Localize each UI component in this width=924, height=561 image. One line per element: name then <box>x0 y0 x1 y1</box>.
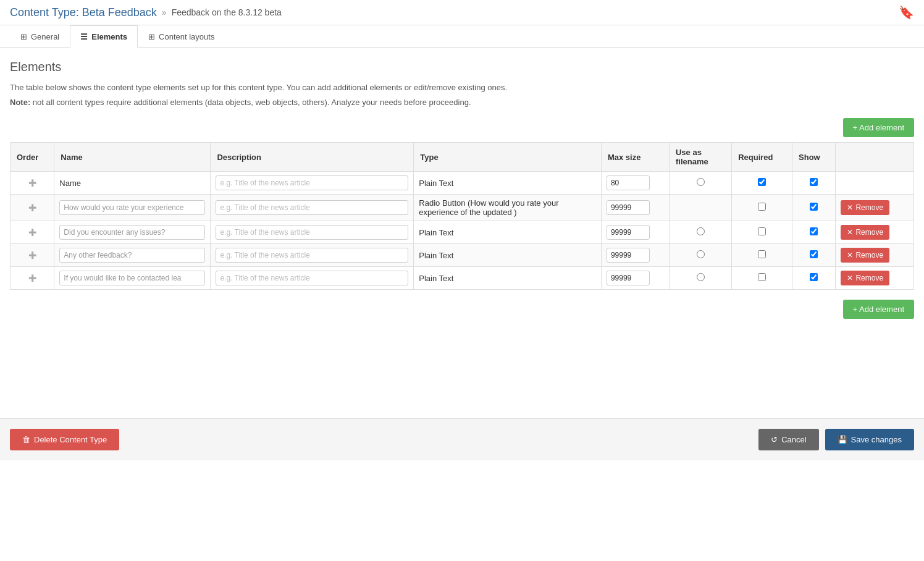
tab-content-layouts[interactable]: ⊞ Content layouts <box>138 25 225 48</box>
note-text: not all content types require additional… <box>33 98 471 107</box>
col-header-required: Required <box>732 143 792 172</box>
maxsize-cell-2 <box>601 195 669 221</box>
note-label: Note: <box>10 98 30 107</box>
actions-cell-5: ✕ Remove <box>836 267 914 290</box>
filename-radio-1[interactable] <box>697 178 705 186</box>
required-checkbox-2[interactable] <box>758 203 766 211</box>
desc-cell-1 <box>211 172 414 195</box>
name-cell-2 <box>54 195 211 221</box>
page-title: Content Type: Beta Feedback <box>10 6 157 19</box>
required-cell-1 <box>732 172 792 195</box>
table-row: ✚ Radio Button (How would you rate your … <box>10 195 914 221</box>
show-checkbox-2[interactable] <box>810 203 818 211</box>
drag-handle[interactable]: ✚ <box>10 221 54 244</box>
required-cell-4 <box>732 244 792 267</box>
maxsize-cell-1 <box>601 172 669 195</box>
table-row: ✚ Plain Text <box>10 267 914 290</box>
filename-radio-5[interactable] <box>697 273 705 281</box>
section-note: Note: not all content types require addi… <box>10 96 914 109</box>
drag-handle[interactable]: ✚ <box>10 172 54 195</box>
drag-handle[interactable]: ✚ <box>10 267 54 290</box>
remove-label-3: Remove <box>855 228 883 237</box>
remove-button-3[interactable]: ✕ Remove <box>841 225 889 240</box>
save-icon: 💾 <box>838 435 847 444</box>
desc-input-5[interactable] <box>216 271 408 285</box>
show-checkbox-1[interactable] <box>810 178 818 186</box>
required-cell-3 <box>732 221 792 244</box>
actions-cell-1 <box>836 172 914 195</box>
required-checkbox-3[interactable] <box>758 227 766 235</box>
table-row: ✚ Plain Text <box>10 221 914 244</box>
tab-elements[interactable]: ☰ Elements <box>70 25 138 48</box>
desc-input-1[interactable] <box>216 175 408 190</box>
delete-content-type-button[interactable]: 🗑 Delete Content Type <box>10 429 119 450</box>
maxsize-input-1[interactable] <box>607 175 650 190</box>
cancel-icon: ↺ <box>771 435 778 444</box>
required-checkbox-1[interactable] <box>758 178 766 186</box>
remove-button-2[interactable]: ✕ Remove <box>841 200 889 215</box>
show-cell-5 <box>792 267 836 290</box>
desc-input-2[interactable] <box>216 200 408 215</box>
bookmark-icon[interactable]: 🔖 <box>899 5 914 20</box>
col-header-order: Order <box>10 143 54 172</box>
required-cell-2 <box>732 195 792 221</box>
desc-input-4[interactable] <box>216 248 408 263</box>
maxsize-cell-4 <box>601 244 669 267</box>
show-checkbox-4[interactable] <box>810 250 818 258</box>
type-cell-5: Plain Text <box>414 267 602 290</box>
add-element-label-top: + Add element <box>853 123 904 132</box>
add-element-button-top[interactable]: + Add element <box>843 118 914 137</box>
name-input-5[interactable] <box>59 271 205 285</box>
add-element-bar-bottom: + Add element <box>10 300 914 319</box>
maxsize-input-3[interactable] <box>607 225 650 240</box>
filename-radio-4[interactable] <box>697 250 705 258</box>
tab-general[interactable]: ⊞ General <box>10 25 70 48</box>
desc-cell-5 <box>211 267 414 290</box>
elements-tab-label: Elements <box>91 32 127 41</box>
save-changes-button[interactable]: 💾 Save changes <box>825 429 914 450</box>
delete-icon: 🗑 <box>22 435 30 444</box>
show-checkbox-3[interactable] <box>810 227 818 235</box>
add-element-button-bottom[interactable]: + Add element <box>843 300 914 319</box>
top-bar-left: Content Type: Beta Feedback » Feedback o… <box>10 6 282 19</box>
remove-label-2: Remove <box>855 203 883 212</box>
filename-cell-2 <box>669 195 731 221</box>
name-input-2[interactable] <box>59 200 205 215</box>
table-body: ✚ Name Plain Text <box>10 172 914 290</box>
filename-cell-3 <box>669 221 731 244</box>
filename-cell-1 <box>669 172 731 195</box>
maxsize-input-5[interactable] <box>607 271 650 285</box>
cancel-button[interactable]: ↺ Cancel <box>758 429 818 450</box>
col-header-actions <box>836 143 914 172</box>
name-cell-4 <box>54 244 211 267</box>
remove-button-5[interactable]: ✕ Remove <box>841 271 889 285</box>
filename-cell-4 <box>669 244 731 267</box>
type-cell-1: Plain Text <box>414 172 602 195</box>
desc-input-3[interactable] <box>216 225 408 240</box>
main-content: Elements The table below shows the conte… <box>0 48 924 418</box>
drag-handle[interactable]: ✚ <box>10 244 54 267</box>
required-checkbox-5[interactable] <box>758 273 766 281</box>
add-element-label-bottom: + Add element <box>853 305 904 314</box>
maxsize-input-4[interactable] <box>607 248 650 263</box>
breadcrumb-separator: » <box>162 7 167 17</box>
show-checkbox-5[interactable] <box>810 273 818 281</box>
filename-radio-3[interactable] <box>697 227 705 235</box>
show-cell-2 <box>792 195 836 221</box>
drag-handle[interactable]: ✚ <box>10 195 54 221</box>
footer-right: ↺ Cancel 💾 Save changes <box>758 429 914 450</box>
elements-tab-icon: ☰ <box>80 32 88 41</box>
remove-icon-5: ✕ <box>847 274 853 282</box>
required-cell-5 <box>732 267 792 290</box>
name-input-3[interactable] <box>59 225 205 240</box>
show-cell-3 <box>792 221 836 244</box>
filename-cell-5 <box>669 267 731 290</box>
remove-icon-4: ✕ <box>847 251 853 259</box>
table-header: Order Name Description Type Max size Use… <box>10 143 914 172</box>
maxsize-input-2[interactable] <box>607 200 650 215</box>
show-cell-1 <box>792 172 836 195</box>
name-input-4[interactable] <box>59 248 205 263</box>
required-checkbox-4[interactable] <box>758 250 766 258</box>
remove-button-4[interactable]: ✕ Remove <box>841 248 889 263</box>
actions-cell-3: ✕ Remove <box>836 221 914 244</box>
